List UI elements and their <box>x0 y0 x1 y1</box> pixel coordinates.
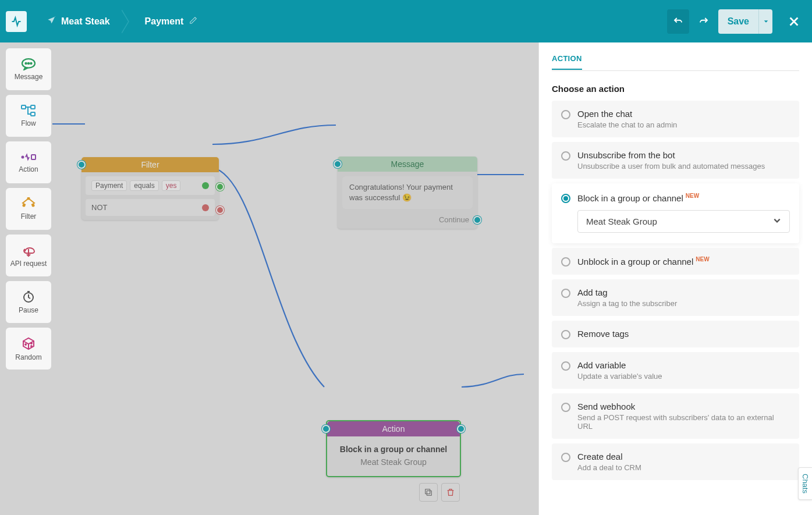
filter-operator: equals <box>130 180 158 191</box>
option-title: Send webhook <box>577 402 790 411</box>
chevron-down-icon <box>773 216 781 226</box>
radio-icon <box>561 110 570 119</box>
filter-false-dot <box>202 204 209 211</box>
breadcrumb-bot-label: Meat Steak <box>61 16 110 27</box>
option-desc: Assign a tag to the subscriber <box>577 299 790 308</box>
filter-variable: Payment <box>91 180 127 191</box>
panel-heading: Choose an action <box>552 84 799 94</box>
action-panel: ACTION Choose an action Open the chat Es… <box>538 42 812 515</box>
group-select[interactable]: Meat Steak Group <box>577 210 790 233</box>
tool-api-request[interactable]: API request <box>6 235 51 276</box>
svg-rect-6 <box>22 105 26 109</box>
panel-tab-divider <box>552 70 799 71</box>
option-title: Create deal <box>577 452 790 461</box>
message-output-port[interactable] <box>473 216 481 224</box>
option-send-webhook[interactable]: Send webhook Send a POST request with su… <box>552 393 799 439</box>
action-node-header: Action <box>327 421 460 436</box>
svg-point-4 <box>28 63 29 64</box>
save-button-group: Save <box>718 9 772 34</box>
tool-message[interactable]: Message <box>6 48 51 90</box>
svg-point-9 <box>22 157 24 158</box>
option-add-tag[interactable]: Add tag Assign a tag to the subscriber <box>552 279 799 316</box>
save-button[interactable]: Save <box>718 9 758 34</box>
tool-filter[interactable]: Filter <box>6 188 51 230</box>
svg-point-3 <box>26 63 27 64</box>
panel-tab-action[interactable]: ACTION <box>552 54 582 70</box>
save-dropdown-caret[interactable] <box>758 9 772 34</box>
option-add-variable[interactable]: Add variable Update a variable's value <box>552 352 799 389</box>
action-node-toolbar <box>419 483 460 502</box>
tool-action[interactable]: Action <box>6 141 51 183</box>
message-continue-label: Continue <box>338 214 477 229</box>
svg-rect-8 <box>31 112 35 116</box>
option-open-chat[interactable]: Open the chat Escalate the chat to an ad… <box>552 101 799 137</box>
svg-rect-10 <box>31 155 36 159</box>
radio-icon <box>561 151 570 161</box>
duplicate-button[interactable] <box>419 483 438 502</box>
delete-button[interactable] <box>441 483 460 502</box>
action-node-target: Meat Steak Group <box>333 457 454 467</box>
pencil-icon[interactable] <box>189 16 197 27</box>
tool-pause-label: Pause <box>19 306 38 314</box>
filter-false-port[interactable] <box>216 206 224 214</box>
tool-pause[interactable]: Pause <box>6 281 51 323</box>
option-desc: Update a variable's value <box>577 372 790 381</box>
chats-side-tab[interactable]: Chats <box>798 467 812 500</box>
option-title: Block in a group or channelNEW <box>577 193 790 203</box>
svg-point-13 <box>33 205 34 207</box>
svg-point-12 <box>23 205 25 207</box>
option-desc: Unsubscribe a user from bulk and automat… <box>577 162 790 171</box>
svg-point-17 <box>31 346 32 347</box>
option-unblock[interactable]: Unblock in a group or channelNEW <box>552 248 799 275</box>
node-input-port[interactable] <box>77 161 86 169</box>
option-title: Remove tags <box>577 329 790 339</box>
filter-not-row[interactable]: NOT <box>86 199 215 216</box>
breadcrumb-flow-label: Payment <box>145 16 184 27</box>
option-title: Open the chat <box>577 109 790 119</box>
filter-condition-row[interactable]: Payment equals yes <box>86 176 215 195</box>
filter-node-header: Filter <box>81 157 219 172</box>
group-select-value: Meat Steak Group <box>586 216 657 226</box>
message-node[interactable]: Message Congratulations! Your payment wa… <box>338 157 477 229</box>
option-title: Unblock in a group or channelNEW <box>577 256 790 267</box>
action-output-port[interactable] <box>457 425 465 433</box>
radio-icon <box>561 194 570 203</box>
tool-random-label: Random <box>15 353 41 361</box>
option-create-deal[interactable]: Create deal Add a deal to CRM <box>552 443 799 480</box>
action-node[interactable]: Action Block in a group or channel Meat … <box>326 420 461 477</box>
svg-rect-7 <box>31 105 35 109</box>
filter-true-dot <box>202 182 209 189</box>
filter-node[interactable]: Filter Payment equals yes NOT <box>81 157 219 220</box>
app-header: Meat Steak Payment Save <box>0 0 812 42</box>
option-remove-tags[interactable]: Remove tags <box>552 321 799 347</box>
breadcrumb-flow[interactable]: Payment <box>133 10 210 33</box>
option-desc: Add a deal to CRM <box>577 463 790 472</box>
app-logo[interactable] <box>6 11 27 32</box>
tool-api-request-label: API request <box>10 260 47 268</box>
svg-point-5 <box>30 63 31 64</box>
telegram-icon <box>47 16 56 27</box>
option-title: Unsubscribe from the bot <box>577 150 790 160</box>
tool-flow[interactable]: Flow <box>6 95 51 137</box>
editor-main: Filter Payment equals yes NOT Message Co… <box>0 42 812 515</box>
option-block[interactable]: Block in a group or channelNEW Meat Stea… <box>552 183 799 243</box>
close-button[interactable] <box>782 9 806 34</box>
radio-icon <box>561 453 570 462</box>
breadcrumb-bot[interactable]: Meat Steak <box>36 10 122 33</box>
node-input-port[interactable] <box>322 425 330 433</box>
svg-point-16 <box>31 343 32 344</box>
undo-button[interactable] <box>667 9 689 34</box>
message-node-header: Message <box>338 157 477 172</box>
option-title: Add variable <box>577 360 790 370</box>
svg-point-15 <box>25 344 26 345</box>
redo-button[interactable] <box>693 9 715 34</box>
filter-not-label: NOT <box>91 203 107 212</box>
node-input-port[interactable] <box>334 160 342 168</box>
svg-rect-1 <box>425 489 430 494</box>
radio-icon <box>561 361 570 371</box>
tool-random[interactable]: Random <box>6 328 51 370</box>
filter-true-port[interactable] <box>216 183 224 191</box>
new-badge: NEW <box>686 193 699 199</box>
action-node-body: Block in a group or channel Meat Steak G… <box>327 436 460 476</box>
option-unsubscribe[interactable]: Unsubscribe from the bot Unsubscribe a u… <box>552 142 799 179</box>
